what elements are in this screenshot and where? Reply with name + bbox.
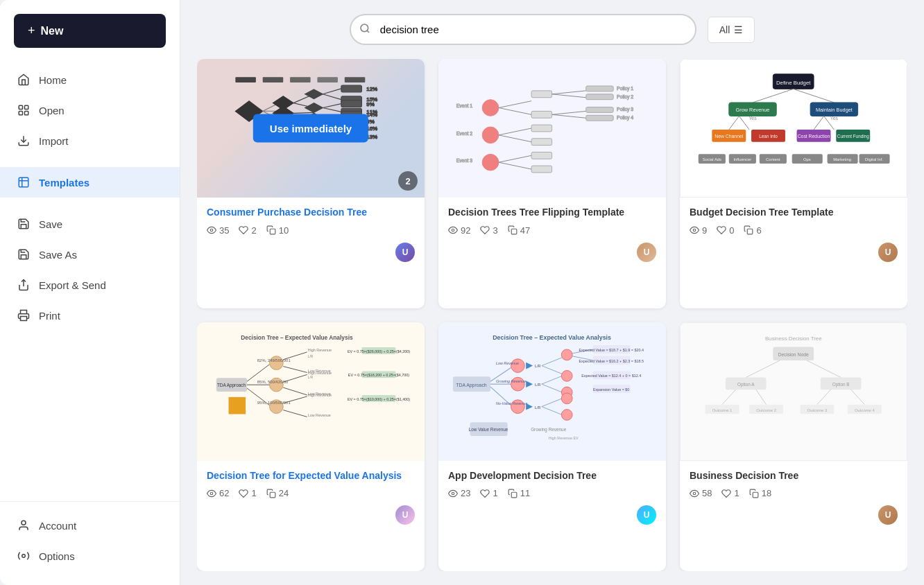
filter-label: All	[719, 24, 730, 35]
svg-line-65	[499, 107, 531, 114]
likes-stat: 1	[721, 488, 739, 498]
home-icon	[17, 73, 31, 87]
card-body: Consumer Purchase Decision Tree 35 2 10	[197, 198, 425, 243]
svg-text:Decision Tree – Expected Value: Decision Tree – Expected Value Analysis	[241, 334, 354, 341]
svg-text:EV = 0.75×($18,200 + 0.25×($4,: EV = 0.75×($18,200 + 0.25×($4,700)	[348, 373, 410, 377]
svg-text:Outcome 4: Outcome 4	[855, 409, 875, 413]
filter-button[interactable]: All ☰	[708, 17, 755, 43]
svg-rect-56	[290, 77, 311, 82]
search-input[interactable]	[350, 14, 696, 45]
svg-rect-1	[19, 112, 22, 115]
avatar: U	[878, 505, 898, 525]
sidebar-item-account[interactable]: Account	[0, 510, 180, 541]
svg-line-32	[323, 104, 342, 108]
svg-text:Option A: Option A	[737, 383, 755, 388]
svg-point-130	[693, 229, 696, 232]
svg-rect-166	[270, 492, 275, 498]
import-label: Import	[39, 135, 69, 147]
svg-line-187	[542, 376, 563, 384]
svg-text:Event 2: Event 2	[456, 131, 472, 136]
svg-text:16%: 16%	[367, 125, 378, 132]
card-thumbnail: Define Budget Grow Revenue Maintain Budg…	[680, 59, 907, 198]
sidebar-item-save-as[interactable]: Save As	[0, 239, 180, 270]
card-body: Business Decision Tree 58 1 18	[680, 461, 907, 506]
template-card-flipping[interactable]: Event 1 Event 2 Event 3 Policy 1 Policy …	[438, 59, 666, 308]
svg-text:Outcome 2: Outcome 2	[757, 409, 777, 413]
sidebar-item-home[interactable]: Home	[0, 64, 180, 95]
sidebar-item-print[interactable]: Print	[0, 300, 180, 331]
card-footer: U	[438, 243, 666, 269]
template-card-budget[interactable]: Define Budget Grow Revenue Maintain Budg…	[680, 59, 907, 308]
svg-line-95	[753, 89, 794, 103]
svg-text:Yes: Yes	[749, 116, 758, 121]
sidebar-item-import[interactable]: Import	[0, 125, 180, 156]
card-stats: 35 2 10	[207, 225, 415, 236]
copies-count: 10	[279, 225, 289, 236]
svg-rect-2	[25, 105, 28, 109]
sidebar-item-templates[interactable]: Templates	[0, 167, 180, 198]
svg-text:Ops: Ops	[803, 157, 811, 161]
svg-rect-38	[341, 85, 362, 92]
svg-marker-179	[527, 362, 533, 369]
card-thumbnail: Event 1 Event 2 Event 3 Policy 1 Policy …	[438, 59, 666, 198]
sidebar-item-export[interactable]: Export & Send	[0, 270, 180, 300]
avatar: U	[637, 505, 656, 525]
print-label: Print	[39, 310, 60, 322]
svg-line-68	[499, 155, 531, 162]
card-footer: U	[680, 505, 907, 532]
svg-line-70	[552, 91, 586, 94]
views-count: 35	[219, 225, 229, 236]
svg-rect-0	[19, 105, 22, 109]
svg-text:Maintain Budget: Maintain Budget	[816, 107, 853, 113]
svg-line-67	[499, 135, 531, 142]
card-body: App Development Decision Tree 23 1 11	[438, 461, 666, 506]
svg-line-66	[499, 128, 531, 135]
filter-menu-icon: ☰	[734, 24, 743, 35]
svg-text:L/R: L/R	[308, 354, 314, 358]
svg-rect-79	[531, 166, 552, 173]
svg-point-59	[210, 229, 213, 232]
svg-marker-27	[305, 103, 323, 113]
template-card-consumer-purchase[interactable]: 12% 15% 9% 11% 14% 8% 16% 13%	[197, 59, 425, 308]
svg-line-135	[247, 364, 269, 381]
views-stat: 92	[448, 225, 470, 236]
svg-text:L/R: L/R	[535, 405, 541, 409]
likes-count: 3	[493, 225, 497, 236]
card-footer: U	[197, 505, 425, 532]
sidebar-item-options[interactable]: Options	[0, 541, 180, 571]
svg-point-63	[483, 154, 499, 171]
card-thumbnail: 12% 15% 9% 11% 14% 8% 16% 13%	[197, 59, 425, 198]
template-card-business[interactable]: Business Decision Tree Decision Node Opt…	[680, 322, 907, 572]
views-stat: 35	[207, 225, 229, 236]
svg-text:Expansion Value = $0: Expansion Value = $0	[593, 387, 629, 392]
svg-text:High Revenue: High Revenue	[308, 347, 332, 351]
svg-rect-58	[345, 77, 366, 82]
save-as-icon	[17, 247, 31, 261]
card-stats: 58 1 18	[690, 488, 898, 498]
svg-text:TDA Approach: TDA Approach	[456, 383, 488, 388]
svg-point-233	[693, 492, 696, 495]
main-content: All ☰	[180, 0, 924, 585]
new-button[interactable]: + New	[14, 14, 166, 48]
svg-text:Marketing: Marketing	[834, 157, 852, 161]
template-card-expected-value[interactable]: Decision Tree – Expected Value Analysis …	[197, 322, 425, 572]
views-count: 58	[702, 488, 712, 498]
use-immediately-button[interactable]: Use immediately	[253, 114, 368, 143]
account-icon	[17, 518, 31, 532]
svg-line-105	[814, 116, 824, 130]
svg-rect-57	[318, 77, 339, 82]
svg-line-103	[729, 116, 739, 130]
svg-rect-60	[270, 229, 275, 234]
sidebar-item-open[interactable]: Open	[0, 95, 180, 125]
card-title: Decision Trees Tree Flipping Template	[448, 206, 656, 220]
template-card-app-dev[interactable]: Decision Tree – Expected Value Analysis …	[438, 322, 666, 572]
nav-bottom: Account Options	[0, 501, 180, 571]
svg-line-185	[542, 357, 563, 365]
svg-line-186	[542, 365, 563, 374]
svg-text:Growing Revenue: Growing Revenue	[531, 427, 567, 433]
svg-text:Policy 4: Policy 4	[617, 115, 633, 121]
svg-line-72	[552, 111, 586, 114]
svg-text:EV = 0.75×($10,000) + 0.25×($1: EV = 0.75×($10,000) + 0.25×($1,400)	[348, 396, 410, 401]
svg-text:Policy 2: Policy 2	[617, 94, 633, 100]
sidebar-item-save[interactable]: Save	[0, 209, 180, 239]
